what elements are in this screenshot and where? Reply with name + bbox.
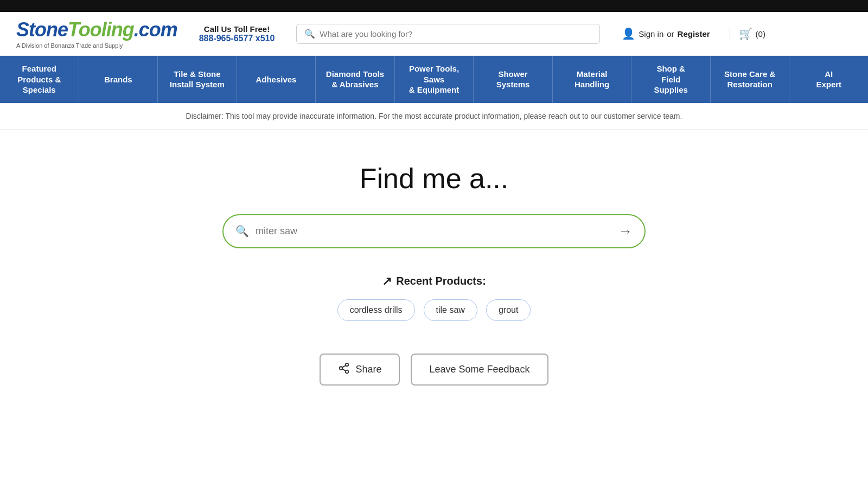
nav-item-shower-systems[interactable]: ShowerSystems xyxy=(474,56,553,103)
nav-item-ai-expert[interactable]: AIExpert xyxy=(789,56,868,103)
header: StoneTooling.com A Division of Bonanza T… xyxy=(0,12,868,56)
search-icon: 🔍 xyxy=(304,29,315,39)
search-submit-button[interactable]: → xyxy=(618,223,633,240)
tag-cordless-drills[interactable]: cordless drills xyxy=(337,299,415,321)
cart-icon: 🛒 xyxy=(739,27,752,40)
ai-search-input[interactable] xyxy=(256,226,612,237)
tag-grout[interactable]: grout xyxy=(486,299,531,321)
recent-section: ↗ Recent Products: cordless drills tile … xyxy=(337,274,531,321)
find-heading: Find me a... xyxy=(360,162,509,195)
header-search-input[interactable] xyxy=(320,29,592,38)
cart-area[interactable]: 🛒 (0) xyxy=(730,27,765,40)
main-content: Find me a... 🔍 → ↗ Recent Products: cord… xyxy=(0,130,868,407)
recent-tags: cordless drills tile saw grout xyxy=(337,299,531,321)
logo[interactable]: StoneTooling.com A Division of Bonanza T… xyxy=(16,18,177,49)
logo-tooling: Tooling xyxy=(68,18,134,41)
disclaimer: Disclaimer: This tool may provide inaccu… xyxy=(0,103,868,130)
recent-label-text: Recent Products: xyxy=(396,275,486,287)
nav-item-diamond-tools[interactable]: Diamond Tools& Abrasives xyxy=(316,56,395,103)
user-area: 👤 Sign in or Register xyxy=(622,27,710,40)
cart-count: (0) xyxy=(756,29,765,38)
nav-item-tile-stone[interactable]: Tile & StoneInstall System xyxy=(158,56,237,103)
share-button[interactable]: Share xyxy=(320,354,400,386)
nav-item-stone-care[interactable]: Stone Care &Restoration xyxy=(711,56,790,103)
main-nav: FeaturedProducts &Specials Brands Tile &… xyxy=(0,56,868,103)
feedback-button[interactable]: Leave Some Feedback xyxy=(411,354,548,386)
nav-item-shop-field[interactable]: Shop &FieldSupplies xyxy=(631,56,711,103)
phone-number[interactable]: 888-965-6577 x510 xyxy=(199,34,275,43)
nav-item-featured[interactable]: FeaturedProducts &Specials xyxy=(0,56,79,103)
phone-label: Call Us Toll Free! xyxy=(199,24,275,34)
svg-line-4 xyxy=(342,365,346,367)
register-link[interactable]: Register xyxy=(678,29,710,38)
recent-label: ↗ Recent Products: xyxy=(382,274,486,288)
action-buttons: Share Leave Some Feedback xyxy=(320,354,548,386)
ai-search-box[interactable]: 🔍 → xyxy=(222,214,646,248)
logo-stone: Stone xyxy=(16,18,68,41)
logo-subtitle: A Division of Bonanza Trade and Supply xyxy=(16,42,177,49)
tag-tile-saw[interactable]: tile saw xyxy=(424,299,477,321)
logo-dotcom: .com xyxy=(134,18,177,41)
header-search-bar[interactable]: 🔍 xyxy=(296,24,600,44)
ai-search-icon: 🔍 xyxy=(235,224,249,237)
share-label: Share xyxy=(355,364,381,375)
top-bar xyxy=(0,0,868,12)
or-text: or xyxy=(667,29,674,38)
share-icon xyxy=(338,362,350,377)
nav-item-material-handling[interactable]: MaterialHandling xyxy=(553,56,632,103)
nav-item-power-tools[interactable]: Power Tools, Saws& Equipment xyxy=(395,56,474,103)
sign-in-link[interactable]: Sign in xyxy=(639,29,663,38)
nav-item-adhesives[interactable]: Adhesives xyxy=(237,56,316,103)
nav-item-brands[interactable]: Brands xyxy=(79,56,158,103)
user-icon: 👤 xyxy=(622,27,635,40)
phone-area: Call Us Toll Free! 888-965-6577 x510 xyxy=(199,24,275,43)
trending-icon: ↗ xyxy=(382,274,392,288)
svg-line-3 xyxy=(342,369,346,371)
